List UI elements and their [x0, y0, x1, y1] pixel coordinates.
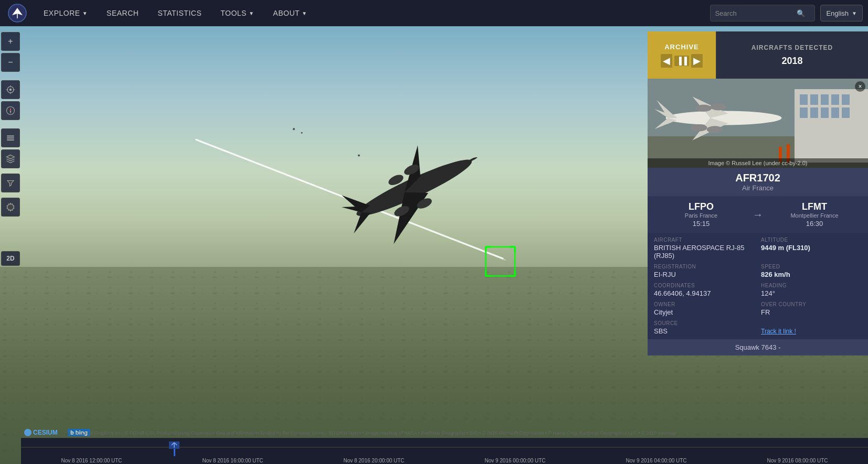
archive-rewind-button[interactable]: ◀	[661, 54, 672, 68]
cesium-logo-svg: CESIUM	[24, 428, 66, 437]
aircraft-photo-image	[648, 79, 868, 168]
navbar: EXPLORE ▼ SEARCH STATISTICS TOOLS ▼ ABOU…	[0, 0, 868, 26]
search-bar[interactable]: 🔍	[710, 5, 815, 21]
ts-5: Nov 9 2016 08:00:00 UTC	[767, 458, 828, 463]
map-layers-button[interactable]	[1, 149, 20, 168]
source-label: SOURCE	[654, 320, 755, 326]
heading-detail: HEADING 124°	[761, 283, 862, 297]
ts-4: Nov 9 2016 04:00:00 UTC	[626, 458, 686, 463]
country-label: OVER COUNTRY	[761, 301, 862, 307]
zoom-out-button[interactable]: −	[1, 53, 20, 72]
altitude-detail: ALTITUDE 9449 m (FL310)	[761, 237, 862, 260]
archive-pause-button[interactable]: ▐▐	[674, 56, 689, 66]
close-photo-button[interactable]: ×	[855, 81, 865, 92]
archive-tab-label: ARCHIVE	[664, 43, 699, 51]
svg-point-20	[293, 128, 295, 130]
view-2d-button[interactable]: 2D	[1, 251, 20, 266]
speed-value: 826 km/h	[761, 271, 862, 278]
squawk-label: Squawk	[735, 343, 759, 351]
location-button[interactable]	[1, 80, 20, 99]
svg-rect-46	[842, 107, 850, 118]
nav-search[interactable]: SEARCH	[97, 0, 148, 26]
language-selector[interactable]: English ▼	[820, 5, 863, 21]
owner-label: OWNER	[654, 301, 755, 307]
speed-detail: SPEED 826 km/h	[761, 264, 862, 278]
owner-detail: OWNER Cityjet	[654, 301, 755, 316]
flight-details: AIRCRAFT BRITISH AEROSPACE RJ-85 (RJ85) …	[648, 233, 868, 339]
coordinates-value: 46.66406, 4.94137	[654, 289, 755, 297]
registration-value: EI-RJU	[654, 271, 755, 278]
timeline-labels: Nov 8 2016 12:00:00 UTC Nov 8 2016 16:00…	[21, 458, 868, 463]
country-value: FR	[761, 308, 862, 316]
ts-1: Nov 8 2016 16:00:00 UTC	[202, 458, 263, 463]
flight-info-panel: AFR1702 Air France LFPO Paris France 15:…	[648, 168, 868, 355]
ts-3: Nov 9 2016 00:00:00 UTC	[484, 458, 545, 463]
flight-airline: Air France	[654, 184, 862, 192]
route-origin: LFPO Paris France 15:15	[654, 201, 748, 228]
nav-statistics[interactable]: STATISTICS	[148, 0, 211, 26]
coordinates-detail: COORDINATES 46.66406, 4.94137	[654, 283, 755, 297]
filter-button[interactable]	[1, 174, 20, 192]
dest-time: 16:30	[767, 220, 862, 228]
svg-text:CESIUM: CESIUM	[33, 429, 58, 436]
dest-name: Montpellier France	[767, 212, 862, 219]
svg-rect-30	[7, 136, 14, 137]
squawk-value: 7643 -	[761, 343, 781, 351]
layers-button[interactable]	[1, 128, 20, 147]
owner-value: Cityjet	[654, 308, 755, 316]
archive-forward-button[interactable]: ▶	[691, 54, 703, 68]
origin-iata: LFPO	[654, 201, 748, 212]
nav-tools[interactable]: TOOLS ▼	[211, 0, 263, 26]
svg-rect-11	[486, 247, 515, 276]
timeline-container[interactable]: Nov 8 2016 12:00:00 UTC Nov 8 2016 16:00…	[21, 438, 868, 464]
svg-rect-44	[821, 107, 829, 118]
route-dest: LFMT Montpellier France 16:30	[767, 201, 862, 228]
svg-rect-38	[810, 94, 818, 105]
svg-point-51	[711, 103, 727, 111]
aircraft-label: AIRCRAFT	[654, 237, 755, 243]
country-detail: OVER COUNTRY FR	[761, 301, 862, 316]
detected-tab-label: AIRCRAFTS DETECTED	[751, 44, 833, 51]
origin-name: Paris France	[654, 212, 748, 219]
settings-button[interactable]	[1, 198, 20, 217]
coordinates-label: COORDINATES	[654, 283, 755, 288]
source-detail: SOURCE SBS	[654, 320, 755, 335]
svg-point-23	[9, 89, 12, 91]
compass-button[interactable]	[1, 101, 20, 120]
track-link[interactable]: Track it link !	[761, 328, 862, 335]
panel-tabs: ARCHIVE ◀ ▐▐ ▶ AIRCRAFTS DETECTED 2018	[648, 31, 868, 79]
search-icon: 🔍	[797, 9, 805, 17]
archive-controls: ◀ ▐▐ ▶	[661, 54, 703, 68]
archive-tab[interactable]: ARCHIVE ◀ ▐▐ ▶	[648, 31, 716, 79]
app-logo[interactable]	[5, 2, 29, 25]
tools-caret: ▼	[249, 10, 254, 16]
aircraft-detail: AIRCRAFT BRITISH AEROSPACE RJ-85 (RJ85)	[654, 237, 755, 260]
bottom-credits: © Analytical Graphics Inc.; © CGIAR-CSI;…	[68, 429, 868, 437]
flight-route: LFPO Paris France 15:15 → LFMT Montpelli…	[648, 196, 868, 233]
nav-about[interactable]: ABOUT ▼	[263, 0, 316, 26]
registration-label: REGISTRATION	[654, 264, 755, 269]
zoom-in-button[interactable]: +	[1, 32, 20, 51]
right-panel: ARCHIVE ◀ ▐▐ ▶ AIRCRAFTS DETECTED 2018	[648, 31, 868, 355]
svg-rect-41	[842, 94, 850, 105]
registration-detail: REGISTRATION EI-RJU	[654, 264, 755, 278]
timeline-cursor-flag	[169, 441, 179, 449]
search-input[interactable]	[715, 9, 793, 17]
svg-rect-31	[7, 137, 14, 138]
timeline-track	[21, 447, 868, 448]
svg-point-50	[695, 105, 712, 112]
flight-callsign: AFR1702	[654, 172, 862, 184]
source-value: SBS	[654, 327, 755, 335]
link-detail[interactable]: Track it link !	[761, 320, 862, 335]
heading-label: HEADING	[761, 283, 862, 288]
language-caret: ▼	[852, 10, 857, 16]
svg-rect-45	[831, 107, 839, 118]
detected-tab[interactable]: AIRCRAFTS DETECTED 2018	[716, 31, 868, 79]
photo-svg	[648, 79, 868, 168]
speed-label: SPEED	[761, 264, 862, 269]
flight-header: AFR1702 Air France	[648, 168, 868, 196]
svg-rect-37	[800, 94, 808, 105]
nav-explore[interactable]: EXPLORE ▼	[34, 0, 97, 26]
svg-point-49	[707, 126, 723, 133]
altitude-value: 9449 m (FL310)	[761, 244, 862, 252]
